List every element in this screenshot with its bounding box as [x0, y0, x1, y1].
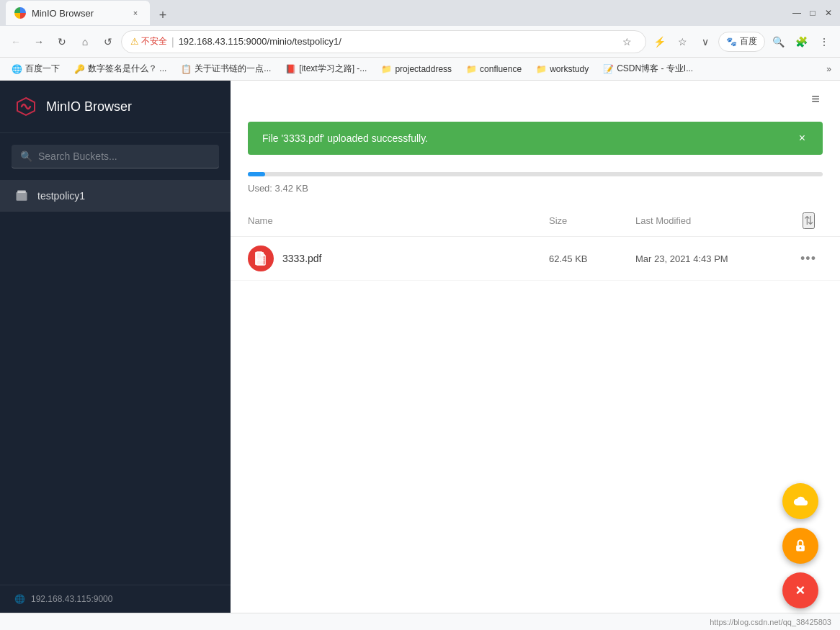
- bookmark-label-signature: 数字签名是什么？ ...: [88, 63, 166, 75]
- file-modified: Mar 23, 2021 4:43 PM: [635, 253, 794, 264]
- bookmark-item-baidu[interactable]: 🌐 百度一下: [9, 61, 63, 76]
- svg-point-5: [800, 547, 802, 549]
- bookmark-favicon-csdn: 📝: [603, 64, 614, 74]
- close-fab-button[interactable]: ×: [782, 572, 818, 608]
- bookmark-item-cert[interactable]: 📋 关于证书链的一点...: [178, 61, 274, 76]
- sidebar-header: MinIO Browser: [0, 81, 231, 133]
- history-dropdown-button[interactable]: ∨: [695, 32, 715, 52]
- pdf-icon: PDF: [254, 251, 267, 266]
- bucket-icon: [14, 189, 29, 203]
- bookmark-item-confluence[interactable]: 📁 confluence: [463, 63, 524, 76]
- svg-rect-1: [17, 191, 26, 193]
- status-url: https://blog.csdn.net/qq_38425803: [710, 618, 831, 626]
- bookmark-star-button[interactable]: ☆: [672, 32, 692, 52]
- warning-icon: ⚠: [130, 36, 139, 47]
- table-header: Name Size Last Modified ⇅: [231, 205, 840, 237]
- lock-fab-button[interactable]: [782, 528, 818, 564]
- address-separator: |: [171, 36, 174, 48]
- search-button[interactable]: 🔍: [768, 32, 788, 52]
- lightning-button[interactable]: ⚡: [649, 32, 669, 52]
- bookmarks-bar: 🌐 百度一下 🔑 数字签名是什么？ ... 📋 关于证书链的一点... 📕 [i…: [0, 58, 840, 81]
- file-name[interactable]: 3333.pdf: [282, 253, 549, 264]
- usage-section: Used: 3.42 KB: [231, 166, 840, 205]
- sidebar: MinIO Browser 🔍 testpolicy1 🌐: [0, 81, 231, 613]
- bookmark-label-itext: [itext学习之路] -...: [299, 63, 367, 75]
- bookmark-button[interactable]: ☆: [617, 32, 637, 52]
- search-icon: 🔍: [20, 150, 32, 162]
- bookmark-favicon-workstudy: 📁: [536, 64, 547, 74]
- menu-button[interactable]: ⋮: [814, 32, 834, 52]
- search-input-wrap[interactable]: 🔍: [12, 145, 219, 168]
- sidebar-item-testpolicy1[interactable]: testpolicy1: [0, 180, 231, 212]
- bookmark-item-itext[interactable]: 📕 [itext学习之路] -...: [282, 61, 370, 76]
- upload-fab-button[interactable]: [782, 483, 818, 519]
- close-button[interactable]: ✕: [823, 7, 834, 19]
- tab-close-button[interactable]: ×: [130, 7, 141, 19]
- bookmark-label-baidu: 百度一下: [25, 63, 60, 75]
- browser-tab[interactable]: MinIO Browser ×: [6, 1, 150, 25]
- bookmarks-more-button[interactable]: »: [826, 64, 831, 74]
- file-more-button[interactable]: •••: [800, 251, 816, 266]
- refresh-button[interactable]: ↻: [52, 32, 72, 52]
- security-badge: ⚠ 不安全: [130, 35, 167, 48]
- back-button[interactable]: ←: [6, 32, 26, 52]
- hamburger-menu-button[interactable]: ≡: [808, 88, 823, 110]
- file-pdf-icon-wrap: PDF: [248, 246, 274, 271]
- toolbar-right: ⚡ ☆ ∨ 🐾 百度 🔍 🧩 ⋮: [649, 32, 834, 52]
- bookmark-favicon-itext: 📕: [285, 64, 296, 74]
- fab-container: ×: [782, 483, 818, 608]
- file-table: Name Size Last Modified ⇅ PDF: [231, 205, 840, 613]
- bookmark-item-project[interactable]: 📁 projectaddress: [378, 63, 455, 76]
- upload-notification: File '3333.pdf' uploaded successfully. ×: [248, 122, 823, 155]
- file-size: 62.45 KB: [549, 253, 635, 264]
- home-button[interactable]: ⌂: [75, 32, 95, 52]
- address-bar[interactable]: ⚠ 不安全 | 192.168.43.115:9000/minio/testpo…: [121, 30, 646, 53]
- tab-favicon: [14, 7, 26, 19]
- status-bar: https://blog.csdn.net/qq_38425803: [0, 613, 840, 630]
- bookmark-favicon-cert: 📋: [181, 64, 192, 74]
- new-tab-button[interactable]: +: [153, 5, 173, 25]
- maximize-button[interactable]: □: [807, 7, 818, 19]
- file-actions: •••: [794, 251, 823, 266]
- baidu-search-label: 百度: [740, 35, 757, 48]
- svg-rect-0: [17, 192, 27, 201]
- baidu-favicon: 🐾: [726, 37, 737, 47]
- minio-logo: [14, 95, 37, 118]
- bookmark-favicon-project: 📁: [381, 64, 392, 74]
- bookmark-favicon-signature: 🔑: [74, 64, 85, 74]
- cloud-upload-icon: [792, 493, 808, 509]
- bookmark-item-csdn[interactable]: 📝 CSDN博客 - 专业I...: [600, 61, 696, 76]
- usage-text: Used: 3.42 KB: [248, 183, 308, 194]
- bookmark-favicon-baidu: 🌐: [12, 64, 22, 74]
- title-bar: MinIO Browser × + — □ ✕: [0, 0, 840, 26]
- bookmark-label-confluence: confluence: [480, 64, 522, 74]
- bookmark-favicon-confluence: 📁: [466, 64, 477, 74]
- table-row: PDF 3333.pdf 62.45 KB Mar 23, 2021 4:43 …: [231, 237, 840, 281]
- bookmark-item-signature[interactable]: 🔑 数字签名是什么？ ...: [71, 61, 169, 76]
- bookmark-label-project: projectaddress: [395, 64, 452, 74]
- col-modified-header: Last Modified: [635, 215, 794, 226]
- server-icon: 🌐: [14, 594, 25, 604]
- sort-button[interactable]: ⇅: [803, 212, 815, 229]
- main-content: ≡ File '3333.pdf' uploaded successfully.…: [231, 81, 840, 613]
- col-sort-header: ⇅: [794, 212, 823, 229]
- bookmark-label-csdn: CSDN博客 - 专业I...: [617, 63, 693, 75]
- col-name-header: Name: [248, 215, 549, 226]
- usage-bar: [248, 172, 823, 176]
- sidebar-buckets: testpolicy1: [0, 180, 231, 585]
- bucket-name: testpolicy1: [37, 190, 85, 202]
- extension-button[interactable]: 🧩: [791, 32, 811, 52]
- minimize-button[interactable]: —: [791, 7, 803, 19]
- sidebar-title: MinIO Browser: [46, 99, 132, 114]
- bookmark-item-workstudy[interactable]: 📁 workstudy: [533, 63, 591, 76]
- browser-toolbar: ← → ↻ ⌂ ↺ ⚠ 不安全 | 192.168.43.115:9000/mi…: [0, 26, 840, 58]
- history-button[interactable]: ↺: [98, 32, 118, 52]
- window-controls: — □ ✕: [791, 7, 834, 19]
- notification-close-button[interactable]: ×: [796, 132, 808, 145]
- bookmark-label-cert: 关于证书链的一点...: [195, 63, 271, 75]
- search-input[interactable]: [38, 150, 210, 162]
- notification-text: File '3333.pdf' uploaded successfully.: [262, 132, 428, 144]
- bookmark-label-workstudy: workstudy: [550, 64, 589, 74]
- forward-button[interactable]: →: [29, 32, 49, 52]
- usage-bar-fill: [248, 172, 265, 176]
